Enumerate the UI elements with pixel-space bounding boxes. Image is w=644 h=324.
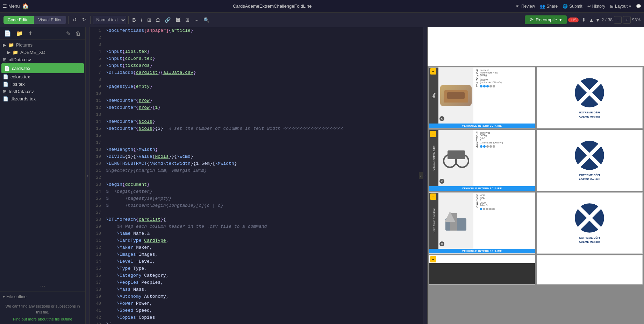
pdf-card-left-3: Ketch Clean Electrique Bluemoor: [429, 193, 535, 249]
format-select[interactable]: Normal text: [93, 16, 126, 24]
code-line: 38 \Mass=Mass,: [90, 286, 423, 293]
outline-link[interactable]: Find out more about the file outline: [3, 317, 83, 321]
code-line: 15\setcounter{Ncols}{3} % set the number…: [90, 125, 423, 132]
sidebar: 📄 📁 ⬆ ✎ 🗑 ▶ 📁 Pictures ▶ 📁 ADEME_XD ⊞: [0, 27, 86, 324]
prev-page-btn[interactable]: ▲: [589, 17, 594, 23]
new-folder-btn[interactable]: 📁: [15, 29, 24, 37]
home-icon[interactable]: 🏠: [22, 3, 29, 9]
pdf-preview: − Tiny The Tiny C: [427, 27, 644, 324]
search-btn[interactable]: 🔍: [202, 16, 211, 24]
pdf-cards-area: − Tiny The Tiny C: [428, 66, 644, 286]
card-gear-icon-1: ⚙: [439, 116, 444, 121]
share-action[interactable]: 👥 Share: [540, 4, 558, 9]
pdf-card-2: − Vehicule GREEN BIKE: [429, 130, 535, 191]
sidebar-collapse-handle[interactable]: ‹: [86, 27, 90, 324]
card-collapse-btn-1[interactable]: −: [430, 68, 436, 75]
card-collapse-btn-2[interactable]: −: [430, 131, 436, 137]
recompile-label: Recompile: [536, 17, 557, 22]
code-line: 14\newcounter{Ncols}: [90, 118, 423, 125]
layout-action[interactable]: ⊞ Layout ▾: [610, 4, 631, 9]
sidebar-item-colors-tex[interactable]: 📄 colors.tex: [0, 73, 85, 80]
card-img-2: [438, 130, 473, 186]
bold-btn[interactable]: B: [131, 16, 138, 24]
file-outline-section: ▾ File outline We can't find any section…: [0, 291, 85, 324]
code-line: 28\DTLforeach{cardlist}{: [90, 216, 423, 223]
menu-icon: ☰: [3, 3, 7, 9]
redo-btn[interactable]: ↻: [80, 16, 88, 24]
submit-action[interactable]: 🌐 Submit: [563, 4, 582, 9]
top-bar-actions: 👁 Review 👥 Share 🌐 Submit ↩ History ⊞ La…: [516, 4, 641, 9]
card-sidebar-3: Ketch Clean Electrique: [429, 193, 438, 249]
card-info-2: AKKRODIS prototype 500kg 4,1A 1 ...moins…: [473, 130, 535, 186]
editor-collapse-right-btn[interactable]: ›: [419, 172, 423, 179]
menu-button[interactable]: ☰ Menu: [3, 3, 20, 9]
card-collapse-btn-4[interactable]: −: [430, 256, 436, 262]
code-line: 16: [90, 132, 423, 139]
code-line: 42 \Copies=Copies: [90, 314, 423, 321]
review-icon: 👁: [516, 4, 520, 9]
next-page-btn[interactable]: ▼: [595, 17, 600, 23]
folder-icon: 📁: [8, 42, 14, 48]
editor-preview-collapse-handle[interactable]: ›: [423, 27, 427, 324]
file-more-btn[interactable]: ⋮: [75, 64, 81, 72]
code-editor-btn[interactable]: Code Editor: [3, 16, 34, 24]
recompile-btn[interactable]: ⟳ Recompile ▾: [525, 15, 566, 24]
collapse-icon: ‹: [87, 174, 88, 178]
top-bar: ☰ Menu 🏠 CardsAdemeExtremChallengeFoldLi…: [0, 0, 644, 13]
code-line: 23\begin{document}: [90, 181, 423, 188]
new-file-btn[interactable]: 📄: [3, 29, 13, 37]
delete-btn[interactable]: 🗑: [74, 30, 83, 37]
math-btn[interactable]: ⊞: [145, 16, 153, 24]
code-line: 9\pagestyle{empty}: [90, 83, 423, 90]
chat-action[interactable]: 💬: [636, 4, 641, 9]
sidebar-item-ademe-xd[interactable]: ▶ 📁 ADEME_XD: [0, 49, 85, 56]
download-btn[interactable]: ⬇: [580, 16, 588, 24]
sidebar-item-tikzcards-tex[interactable]: 📄 tikzcards.tex: [0, 95, 85, 103]
sidebar-item-alldata-csv[interactable]: ⊞ allData.csv: [0, 56, 85, 63]
zoom-out-btn[interactable]: −: [614, 16, 622, 24]
recompile-chevron-icon: ▾: [559, 17, 562, 22]
code-line: 37 \Peoples=Peoples,: [90, 279, 423, 286]
card-img-3: [438, 193, 473, 249]
sidebar-collapse-dots: ···: [0, 281, 85, 291]
card-sidebar-text-1: Tiny: [432, 93, 436, 99]
pdf-right-card-3: EXTREME DÉFIADEME Mobilité: [537, 192, 643, 254]
code-area[interactable]: 1\documentclass[a4paper]{article}234\inp…: [90, 27, 423, 324]
table-btn[interactable]: ⊞: [184, 16, 191, 24]
visual-editor-btn[interactable]: Visual Editor: [34, 16, 66, 24]
error-badge: 115: [568, 17, 579, 22]
sidebar-item-libs-tex[interactable]: 📄 libs.tex: [0, 80, 85, 88]
italic-btn[interactable]: I: [139, 16, 144, 24]
zoom-in-btn[interactable]: +: [623, 16, 631, 24]
sidebar-item-pictures[interactable]: ▶ 📁 Pictures: [0, 41, 85, 49]
omega-btn[interactable]: Ω: [155, 16, 162, 24]
collapse-icon-right: ›: [424, 174, 425, 178]
card-info-3: Bluemoor eDP VAE 1 250W 24km/h: [473, 193, 535, 249]
undo-btn[interactable]: ↺: [71, 16, 79, 24]
code-line: 41 \Speed=Speed,: [90, 307, 423, 314]
review-action[interactable]: 👁 Review: [516, 4, 535, 9]
pdf-card-row-4: −: [429, 255, 643, 284]
sidebar-item-testdata-csv[interactable]: ⊞ testData.csv: [0, 88, 85, 95]
sidebar-item-cards-tex[interactable]: 📄 cards.tex ⋮: [1, 63, 84, 73]
upload-btn[interactable]: ⬆: [27, 29, 34, 37]
edit-btn[interactable]: ✎: [65, 29, 72, 37]
more-btn[interactable]: ···: [193, 16, 200, 24]
grid-icon: ⊞: [3, 57, 7, 62]
extreme-defi-label-3: EXTREME DÉFIADEME Mobilité: [579, 236, 600, 244]
chevron-right-icon: ▶: [7, 50, 10, 55]
card-collapse-btn-3[interactable]: −: [430, 193, 436, 200]
file-label: testData.csv: [9, 89, 34, 94]
image-btn[interactable]: 🖼: [174, 16, 182, 24]
card-sidebar-1: Tiny: [429, 68, 438, 124]
code-line: 40 \Power=Power,: [90, 300, 423, 307]
pdf-card-left-2: Vehicule GREEN BIKE AKKRODIS: [429, 130, 535, 186]
history-action[interactable]: ↩ History: [587, 4, 605, 9]
link-btn[interactable]: 🔗: [163, 16, 172, 24]
code-editor[interactable]: › 1\documentclass[a4paper]{article}234\i…: [90, 27, 423, 324]
code-line: 26% \noindent\begin{longtable}[c]{c | c}: [90, 202, 423, 209]
chat-icon: 💬: [636, 4, 641, 9]
code-line: 33 \Images=Images,: [90, 251, 423, 258]
code-line: 8: [90, 76, 423, 83]
code-line: 31 \CardType=CardType,: [90, 237, 423, 244]
